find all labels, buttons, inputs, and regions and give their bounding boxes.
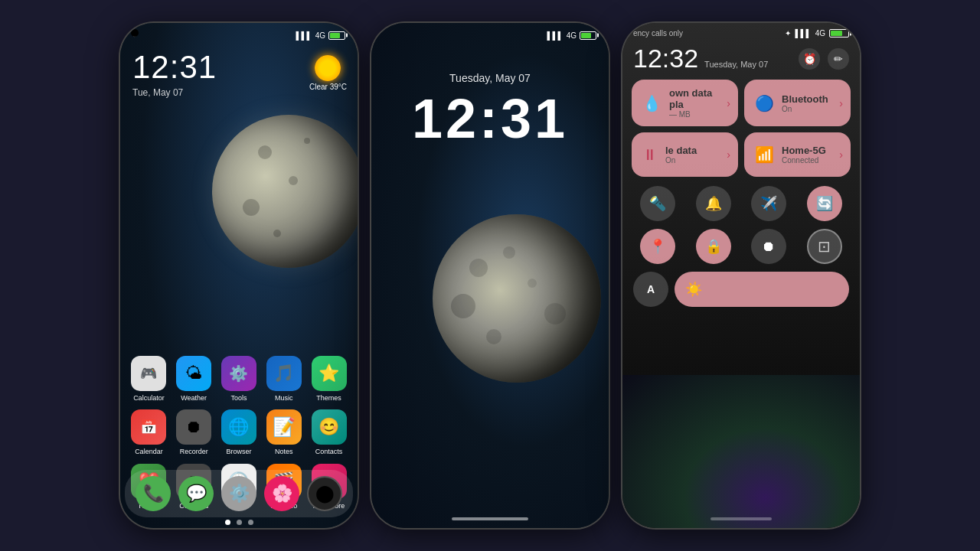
tile-wifi-sub: Connected [782,156,826,165]
tile-bluetooth-title: Bluetooth [782,93,828,105]
app-browser[interactable]: 🌐 Browser [218,409,260,456]
tile-bluetooth-icon: 🔵 [755,94,774,112]
tile-bluetooth-sub: On [782,105,828,113]
app-tools[interactable]: ⚙️ Tools [218,356,260,403]
lock-status-left: · [384,31,386,39]
battery-icon [328,31,345,40]
recorder-label: Recorder [180,448,208,456]
weather-label: Weather [181,394,207,403]
lock-battery [580,31,596,40]
app-calculator[interactable]: 🎮 Calculator [128,356,170,403]
control-row-2: 📍 🔒 ⏺ ⊡ [622,226,860,269]
network-type: 4G [315,31,325,40]
dock-phone[interactable]: 📞 [136,476,171,511]
app-contacts[interactable]: 😊 Contacts [308,409,350,456]
browser-icon[interactable]: 🌐 [221,409,256,445]
tile-mobile-sub: On [665,156,697,165]
tile-data-title: own data pla [669,87,727,110]
tile-wifi-icon: 📶 [755,145,774,164]
tile-data-sub: — MB [669,110,727,119]
control-tiles-grid: 💧 own data pla — MB › 🔵 Bluetooth On › ⏸… [622,80,860,183]
cc-status-left: ency calls only [633,29,683,37]
tile-mobile-data[interactable]: ⏸ le data On › [632,132,738,177]
tile-mobile-chevron: › [727,148,730,161]
phone-control-center: ency calls only ✦ ▌▌▌ 4G 12:32 Tuesday, … [622,23,860,528]
app-recorder[interactable]: ⏺ Recorder [173,409,215,456]
page-dots [120,517,358,528]
tile-data-chevron: › [727,97,730,109]
brightness-row: A ☀️ [622,269,860,310]
tile-bt-chevron: › [839,97,843,109]
tile-data-icon: 💧 [642,94,662,112]
app-weather[interactable]: 🌤 Weather [173,356,215,403]
tools-label: Tools [230,394,247,403]
tile-bluetooth[interactable]: 🔵 Bluetooth On › [744,80,851,126]
tile-wifi-title: Home-5G [782,145,826,156]
cc-alarm-icon[interactable]: ⏰ [799,48,820,70]
dock-messages[interactable]: 💬 [178,476,214,511]
tile-mobile-icon: ⏸ [642,146,658,164]
cc-time-area: 12:32 Tuesday, May 07 ⏰ ✏ [622,39,860,80]
btn-rotate[interactable]: 🔄 [807,186,842,221]
contacts-icon[interactable]: 😊 [312,409,347,445]
cc-clock-time: 12:32 [633,44,698,73]
weather-icon[interactable]: 🌤 [176,356,211,391]
page-dot-1[interactable] [225,520,230,525]
notes-icon[interactable]: 📝 [266,409,302,445]
lock-time: 12:31 [371,87,609,150]
browser-label: Browser [226,448,251,456]
tile-mobile-title: le data [665,145,697,156]
punch-hole-camera [131,29,139,37]
cc-edit-icon[interactable]: ✏ [828,48,849,70]
lock-network: 4G [567,31,577,40]
weather-text: Clear 39°C [309,83,347,91]
calendar-icon[interactable]: 📅 [131,409,166,445]
btn-airplane[interactable]: ✈️ [751,186,786,221]
tile-wifi-chevron: › [839,148,843,161]
cc-network: 4G [815,29,825,37]
btn-location[interactable]: 📍 [640,229,675,264]
dock-settings[interactable]: ⚙️ [221,476,256,511]
notes-label: Notes [275,448,293,456]
btn-text-a[interactable]: A [633,272,668,307]
tools-icon[interactable]: ⚙️ [221,356,256,391]
signal-icon: ▌▌▌ [296,31,312,40]
page-dot-3[interactable] [248,520,253,525]
btn-screenshot[interactable]: ⊡ [807,229,842,264]
app-notes[interactable]: 📝 Notes [263,409,305,456]
music-label: Music [275,394,293,403]
lock-signal: ▌▌▌ [547,31,563,40]
brightness-slider[interactable]: ☀️ [675,272,849,307]
dock-camera[interactable]: ⬤ [307,476,342,511]
btn-flashlight[interactable]: 🔦 [640,186,675,221]
btn-lock[interactable]: 🔒 [696,229,731,264]
recorder-icon[interactable]: ⏺ [176,409,211,445]
status-right: ▌▌▌ 4G [296,31,345,40]
phone-home-screen: ● ▌▌▌ 4G 12:31 Tue, May 07 Clear 39°C [120,23,358,528]
page-dot-2[interactable] [237,520,242,525]
dock-floral[interactable]: 🌸 [264,476,299,511]
app-music[interactable]: 🎵 Music [263,356,305,403]
weather-sun-icon [315,55,341,81]
weather-widget: Clear 39°C [309,55,347,91]
calculator-label: Calculator [133,394,165,403]
app-calendar[interactable]: 📅 Calendar [128,409,170,456]
tile-data[interactable]: 💧 own data pla — MB › [632,80,738,126]
cc-clock-date: Tuesday, May 07 [704,60,768,69]
btn-record[interactable]: ⏺ [751,229,786,264]
cc-status-bar: ency calls only ✦ ▌▌▌ 4G [622,23,860,39]
lock-date: Tuesday, May 07 [371,72,609,84]
music-icon[interactable]: 🎵 [266,356,302,391]
calendar-label: Calendar [135,448,163,456]
cc-battery [829,29,849,37]
tile-wifi[interactable]: 📶 Home-5G Connected › [744,132,851,177]
dock: 📞 💬 ⚙️ 🌸 ⬤ [125,470,353,517]
app-themes[interactable]: ⭐ Themes [308,356,350,403]
themes-icon[interactable]: ⭐ [312,356,347,391]
contacts-label: Contacts [315,448,343,456]
home-indicator[interactable] [452,517,528,520]
calculator-icon[interactable]: 🎮 [131,356,166,391]
home-indicator-3[interactable] [710,517,772,520]
cc-signal: ▌▌▌ [795,29,811,37]
btn-bell[interactable]: 🔔 [696,186,731,221]
